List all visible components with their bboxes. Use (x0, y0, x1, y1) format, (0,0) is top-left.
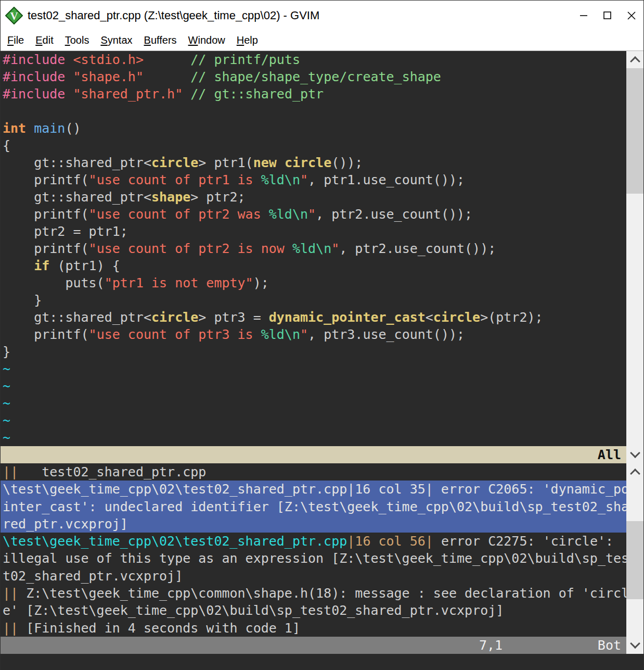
menu-buffers[interactable]: Buffers (138, 34, 183, 46)
code-line: } (3, 343, 626, 360)
token-spc: %ld\n (261, 172, 300, 187)
quickfix-entry[interactable]: || Z:\test\geek_time_cpp\common\shape.h(… (1, 585, 626, 620)
menu-syntax[interactable]: Syntax (95, 34, 138, 46)
window-title: test02_shared_ptr.cpp (Z:\test\geek_time… (28, 9, 572, 22)
minimize-icon[interactable] (572, 1, 596, 30)
scrollbar-thumb[interactable] (626, 521, 643, 599)
menu-mnemonic: B (144, 34, 151, 46)
code-line: puts("ptr1 is not empty"); (3, 274, 626, 292)
svg-text:V: V (10, 10, 18, 22)
menu-tools[interactable]: Tools (59, 34, 95, 46)
token-n (144, 69, 190, 84)
token-sep: | (347, 534, 355, 549)
quickfix-entry[interactable]: \test\geek_time_cpp\02\test02_shared_ptr… (1, 533, 626, 585)
code-line: #include "shared_ptr.h" // gt::shared_pt… (3, 85, 626, 103)
code-line: gt::shared_ptr<circle> ptr3 = dynamic_po… (3, 309, 626, 326)
token-str: " (308, 207, 316, 222)
menu-mnemonic: W (188, 34, 198, 46)
token-str: "use count of ptr2 is now (89, 241, 292, 256)
scrollbar-thumb[interactable] (626, 68, 643, 194)
token-typ: circle (433, 310, 480, 325)
token-typ: new (253, 155, 277, 170)
quickfix-entry[interactable]: || [Finished in 4 seconds with code 1] (1, 620, 626, 637)
code-line: #include "shape.h" // shape/shape_type/c… (3, 68, 626, 85)
token-pp: #include (3, 86, 65, 102)
code-line: printf("use count of ptr2 is now %ld\n",… (3, 240, 626, 257)
code-line: gt::shared_ptr<shape> ptr2; (3, 188, 626, 206)
menu-edit[interactable]: Edit (30, 34, 59, 46)
token-n (183, 86, 190, 102)
menu-label: uffers (151, 34, 177, 46)
menu-file[interactable]: File (2, 34, 30, 46)
token-n (65, 52, 73, 67)
chevron-up-icon[interactable] (626, 463, 643, 481)
token-n: printf( (3, 241, 89, 256)
filler-tilde-line: ~ (3, 412, 626, 429)
quickfix-entry-text: || test02_shared_ptr.cpp (1, 463, 626, 481)
code-line: ptr2 = ptr1; (3, 223, 626, 240)
token-qsel: \test\geek_time_cpp\02\test02_shared_ptr… (3, 482, 626, 532)
close-icon[interactable] (620, 1, 643, 30)
menu-help[interactable]: Help (231, 34, 264, 46)
token-n: ()); (331, 155, 363, 170)
menu-mnemonic: S (100, 34, 107, 46)
token-tilde: ~ (3, 396, 10, 411)
quickfix-area[interactable]: || test02_shared_ptr.cpp\test\geek_time_… (1, 463, 626, 637)
token-fn: main (34, 121, 65, 136)
token-n: { (3, 138, 10, 153)
token-n: [Finished in 4 seconds with code 1] (18, 621, 300, 636)
chevron-down-icon[interactable] (626, 446, 643, 463)
token-kw: int (3, 121, 26, 136)
token-tilde: ~ (3, 413, 10, 428)
token-cmt: // printf/puts (190, 52, 300, 67)
token-typ: circle (151, 310, 198, 325)
menu-label: ools (70, 34, 89, 46)
token-sep: || (3, 464, 18, 479)
token-n (144, 52, 190, 67)
statusline-scroll-indicator: All (598, 446, 621, 463)
token-n: ); (253, 275, 269, 290)
quickfix-entry-text: \test\geek_time_cpp\02\test02_shared_ptr… (1, 533, 626, 585)
token-typ: shape (151, 189, 190, 205)
menu-window[interactable]: Window (183, 34, 231, 46)
token-str: "use count of ptr2 was (89, 207, 269, 222)
chevron-up-icon[interactable] (626, 51, 643, 68)
maximize-icon[interactable] (596, 1, 620, 30)
token-n: printf( (3, 327, 89, 342)
chevron-down-icon[interactable] (626, 637, 643, 654)
quickfix-entry-selected[interactable]: \test\geek_time_cpp\02\test02_shared_ptr… (1, 481, 626, 533)
code-line: } (3, 292, 626, 309)
menu-label: elp (244, 34, 258, 46)
token-spc: %ld\n (269, 207, 308, 222)
quickfix-scrollbar[interactable] (626, 463, 643, 654)
token-n: > ptr2; (190, 189, 245, 205)
code-line: printf("use count of ptr1 is %ld\n", ptr… (3, 171, 626, 188)
token-n (65, 69, 73, 84)
token-n: printf( (3, 172, 89, 187)
command-line[interactable] (1, 654, 643, 670)
menu-label: indow (198, 34, 225, 46)
token-str: "use count of ptr1 is (89, 172, 261, 187)
menu-label: dit (43, 34, 54, 46)
vim-diamond-logo-icon: V (5, 7, 23, 24)
token-sep: || (3, 586, 18, 601)
editor-column: #include <stdio.h> // printf/puts#includ… (1, 51, 626, 463)
code-line: { (3, 137, 626, 154)
token-n: () (65, 121, 81, 136)
quickfix-entry-text: || [Finished in 4 seconds with code 1] (1, 620, 626, 637)
token-pp: #include (3, 52, 65, 67)
editor-scrollbar[interactable] (626, 51, 643, 463)
titlebar: V test02_shared_ptr.cpp (Z:\test\geek_ti… (1, 1, 643, 30)
quickfix-entry[interactable]: || test02_shared_ptr.cpp (1, 463, 626, 481)
token-cmt: // shape/shape_type/create_shape (190, 69, 441, 84)
token-file: \test\geek_time_cpp\02\test02_shared_ptr… (3, 534, 347, 549)
code-line: gt::shared_ptr<circle> ptr1(new circle()… (3, 154, 626, 171)
token-str: " (331, 241, 339, 256)
token-sep: || (3, 621, 18, 636)
code-line: if (ptr1) { (3, 257, 626, 274)
token-str: "use count of ptr3 is (89, 327, 261, 342)
editor-area[interactable]: #include <stdio.h> // printf/puts#includ… (1, 51, 626, 446)
menu-mnemonic: F (7, 34, 14, 46)
menu-label: yntax (108, 34, 133, 46)
menu-mnemonic: H (237, 34, 244, 46)
